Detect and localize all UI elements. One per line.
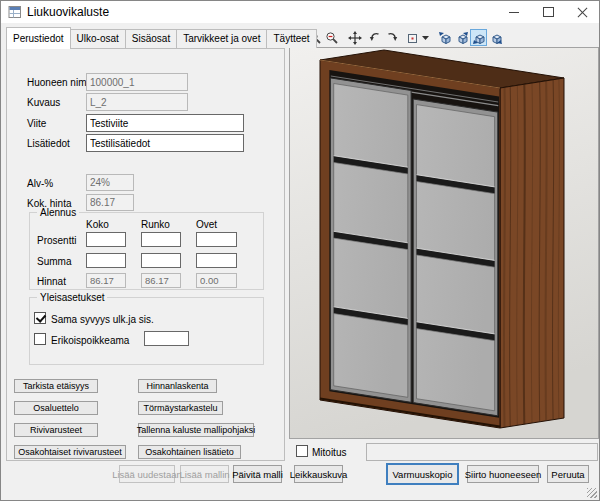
view-preset-dropdown-caret-icon[interactable] — [420, 29, 430, 46]
view-preset-icon[interactable] — [403, 29, 420, 46]
kuvaus-field — [86, 93, 188, 111]
prosentti-ovet-field[interactable] — [196, 232, 237, 247]
tab-ulko-osat[interactable]: Ulko-osat — [70, 29, 126, 48]
view-iso-2-icon[interactable] — [453, 29, 470, 46]
app-icon — [8, 5, 22, 19]
alennus-col-ovet: Ovet — [196, 219, 217, 230]
tab-taytteet[interactable]: Täytteet — [266, 29, 316, 48]
mitoitus-label: Mitoitus — [312, 447, 346, 458]
erikoispoikkeama-label: Erikoispoikkeama — [51, 335, 129, 346]
huoneen-nimi-label: Huoneen nimi — [27, 77, 89, 88]
sama-syvyys-checkbox[interactable] — [34, 312, 46, 324]
preview-toolbar — [289, 28, 504, 47]
pan-icon[interactable] — [346, 29, 363, 46]
minimize-icon — [509, 12, 519, 13]
tallenna-mallipohjaksi-button[interactable]: Tallenna kaluste mallipohjaksi — [138, 423, 254, 437]
lisatiedot-label: Lisätiedot — [27, 138, 70, 149]
hinnat-ovet-field — [196, 273, 237, 288]
prosentti-label: Prosentti — [37, 235, 76, 246]
rotate-left-icon[interactable] — [366, 29, 383, 46]
window-title: Liukuovikaluste — [27, 5, 109, 19]
view-iso-3-icon[interactable] — [470, 29, 487, 46]
dialog-window: Liukuovikaluste Perustiedot Ulko-osat Si… — [0, 0, 600, 501]
summa-label: Summa — [37, 256, 71, 267]
resize-grip-icon[interactable] — [587, 488, 597, 498]
maximize-button[interactable] — [531, 1, 565, 23]
hinnat-runko-field — [141, 273, 181, 288]
minimize-button[interactable] — [497, 1, 531, 23]
kok-hinta-field — [86, 194, 134, 211]
rotate-right-icon[interactable] — [383, 29, 400, 46]
alennus-col-runko: Runko — [141, 219, 170, 230]
tab-tarvikkeet-ja-ovet[interactable]: Tarvikkeet ja ovet — [176, 29, 267, 48]
status-bar — [1, 485, 599, 500]
summa-koko-field[interactable] — [86, 253, 126, 268]
huoneen-nimi-field — [86, 73, 188, 91]
viite-field[interactable] — [86, 114, 244, 132]
alv-label: Alv-% — [27, 178, 53, 189]
tab-strip: Perustiedot Ulko-osat Sisäosat Tarvikkee… — [6, 27, 316, 49]
furniture-preview-render — [290, 48, 598, 438]
titlebar: Liukuovikaluste — [1, 1, 599, 23]
view-iso-4-icon[interactable] — [487, 29, 504, 46]
view-iso-1-icon[interactable] — [436, 29, 453, 46]
alv-field — [86, 174, 134, 191]
sama-syvyys-label: Sama syvyys ulk.ja sis. — [51, 314, 154, 325]
lisaa-uudestaan-button: Lisää uudestaan — [119, 465, 175, 483]
lisaa-mallin-button: Lisää mallin — [180, 465, 229, 483]
paivita-malli-button[interactable]: Päivitä malli — [233, 465, 282, 483]
summa-ovet-field[interactable] — [196, 253, 237, 268]
zoom-out-icon[interactable] — [323, 29, 340, 46]
tormaystarkastelu-button[interactable]: Törmäystarkastelu — [138, 401, 223, 415]
hinnanlaskenta-button[interactable]: Hinnanlaskenta — [138, 379, 217, 393]
mitoitus-checkbox[interactable] — [296, 445, 308, 457]
varmuuskopio-button[interactable]: Varmuuskopio — [387, 464, 458, 484]
kuvaus-label: Kuvaus — [27, 97, 60, 108]
prosentti-runko-field[interactable] — [141, 232, 181, 247]
lisatiedot-field[interactable] — [86, 134, 244, 152]
furniture-3d-preview[interactable] — [289, 47, 599, 439]
yleisasetukset-group-title: Yleisasetukset — [37, 292, 107, 303]
osakohtainen-lisatieto-button[interactable]: Osakohtainen lisätieto — [138, 445, 241, 459]
tab-sisaosat[interactable]: Sisäosat — [125, 29, 177, 48]
close-icon — [577, 7, 588, 18]
leikkauskuva-button[interactable]: Leikkauskuva — [294, 465, 343, 483]
rivivarusteet-button[interactable]: Rivivarusteet — [14, 423, 98, 437]
prosentti-koko-field[interactable] — [86, 232, 126, 247]
close-button[interactable] — [565, 1, 599, 23]
siirto-huoneeseen-button[interactable]: Siirto huoneeseen — [467, 465, 539, 483]
tarkista-etaisyys-button[interactable]: Tarkista etäisyys — [14, 379, 98, 393]
erikoispoikkeama-checkbox[interactable] — [34, 333, 46, 345]
osakohtaiset-rivivarusteet-button[interactable]: Osakohtaiset rivivarusteet — [14, 445, 126, 459]
hinnat-koko-field — [86, 273, 126, 288]
erikoispoikkeama-field[interactable] — [144, 331, 189, 346]
maximize-icon — [543, 7, 554, 17]
alennus-col-koko: Koko — [86, 219, 109, 230]
summa-runko-field[interactable] — [141, 253, 181, 268]
alennus-group-title: Alennus — [37, 207, 79, 218]
mitoitus-panel — [366, 443, 598, 461]
osaluettelo-button[interactable]: Osaluettelo — [14, 401, 98, 415]
tab-perustiedot[interactable]: Perustiedot — [6, 27, 71, 49]
hinnat-label: Hinnat — [37, 276, 66, 287]
peruuta-button[interactable]: Peruuta — [547, 465, 589, 483]
viite-label: Viite — [27, 118, 46, 129]
